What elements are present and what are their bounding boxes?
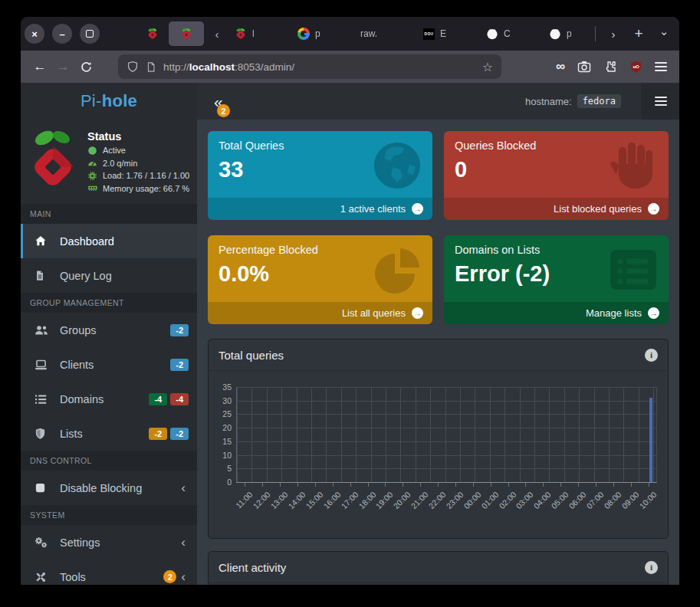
sidebar-item-disable-blocking[interactable]: Disable Blocking‹ [21, 471, 197, 505]
x-tick [649, 483, 649, 487]
browser-tab[interactable]: C [478, 21, 541, 46]
browser-menu-icon[interactable] [655, 62, 667, 71]
sidebar-item-query-log[interactable]: Query Log [21, 258, 197, 293]
card-total-queries: Total Queries331 active clients→ [208, 131, 432, 220]
card-footer-label: List all queries [342, 307, 406, 319]
query-bar[interactable] [649, 398, 652, 482]
page-info-icon[interactable] [146, 61, 156, 73]
close-window-button[interactable]: × [25, 24, 44, 44]
back-button[interactable]: ← [28, 59, 51, 74]
sidebar-item-settings[interactable]: Settings‹ [21, 525, 197, 559]
panel-header: Client activity i [209, 552, 668, 583]
x-tick [350, 483, 351, 487]
summary-cards: Total Queries331 active clients→Queries … [208, 131, 669, 324]
svg-text:uO: uO [633, 64, 639, 69]
forward-button[interactable]: → [51, 59, 74, 74]
chart-y-axis: 35302520151050 [216, 387, 236, 482]
notification-badge: 2 [163, 570, 176, 583]
list-all-tabs-button[interactable]: ⌄ [656, 25, 672, 38]
sidebar-item-lists[interactable]: Lists-2-2 [21, 416, 197, 451]
url-bar[interactable]: http://localhost:8053/admin/ ☆ [118, 54, 501, 79]
pinned-tab[interactable] [141, 28, 164, 40]
scroll-tabs-left-button[interactable]: ‹ [207, 28, 227, 41]
hostname-value: fedora [577, 94, 621, 108]
ublock-shield-icon[interactable]: uO [629, 61, 642, 74]
x-tick [543, 483, 544, 487]
status-memory: Memory usage: 66.7 % [87, 183, 189, 193]
info-icon[interactable]: i [645, 561, 658, 574]
x-tick-label: 02:00 [497, 490, 518, 510]
x-tick [455, 483, 456, 487]
containers-mask-icon[interactable]: ∞ [556, 59, 565, 74]
hand-icon [606, 138, 661, 193]
header-menu-button[interactable] [642, 83, 679, 120]
tools-icon [35, 571, 50, 583]
browser-tab[interactable]: DOUE [416, 21, 478, 46]
info-icon[interactable]: i [645, 349, 658, 362]
card-footer-link[interactable]: Manage lists→ [444, 302, 669, 324]
sidebar-item-label: Settings [60, 536, 100, 549]
screenshot-stage: × – ‹ lpraw.DOUECp › + ⌄ ← → [0, 0, 700, 607]
x-tick-label: 23:00 [444, 490, 465, 510]
sidebar-item-label: Groups [60, 324, 97, 336]
sidebar-item-label: Domains [60, 393, 104, 405]
extensions-puzzle-icon[interactable] [603, 60, 617, 74]
sidebar-section-label: DNS CONTROL [21, 451, 197, 471]
sidebar-item-clients[interactable]: Clients-2 [21, 347, 197, 382]
sidebar-item-tools[interactable]: Tools2‹ [21, 559, 197, 585]
x-tick-label: 15:00 [304, 490, 324, 510]
x-tick-label: 12:00 [251, 490, 272, 510]
status-text: Memory usage: 66.7 % [103, 184, 189, 193]
count-badge: -4 [149, 393, 167, 405]
reload-icon [80, 61, 93, 74]
bookmark-star-icon[interactable]: ☆ [482, 60, 493, 74]
status-gauge: 2.0 q/min [87, 158, 189, 168]
sidebar-item-dashboard[interactable]: Dashboard [21, 224, 197, 258]
chart-area: 35302520151050 11:0012:0013:0014:0015:00… [209, 371, 668, 538]
x-tick-label: 00:00 [462, 490, 482, 510]
card-footer-link[interactable]: List all queries→ [208, 302, 432, 324]
y-tick-label: 20 [222, 423, 232, 432]
y-tick-label: 5 [227, 464, 232, 473]
x-tick [297, 483, 298, 487]
card-footer-link[interactable]: 1 active clients→ [208, 198, 432, 220]
logo-area[interactable]: Pi-hole [21, 83, 197, 120]
browser-tab[interactable]: raw. [353, 21, 416, 46]
browser-tab[interactable]: l [227, 21, 290, 46]
tracking-shield-icon[interactable] [127, 61, 139, 73]
gauge-icon [87, 158, 97, 168]
card-queries-blocked: Queries Blocked0List blocked queries→ [444, 131, 669, 220]
x-tick-label: 16:00 [321, 490, 342, 510]
globe-icon [370, 138, 425, 193]
update-count-badge: 2 [217, 104, 230, 117]
active-tab[interactable] [169, 21, 204, 46]
scroll-tabs-right-button[interactable]: › [606, 28, 621, 41]
toolbar-extensions: ∞ uO [556, 59, 667, 74]
minimize-window-button[interactable]: – [52, 24, 72, 44]
url-text[interactable]: http://localhost:8053/admin/ [163, 61, 475, 73]
x-tick [280, 483, 281, 487]
tab-title: p [567, 28, 572, 39]
tab-bar-controls: › + ⌄ [595, 17, 672, 51]
card-footer-link[interactable]: List blocked queries→ [444, 198, 669, 220]
users-icon [35, 324, 50, 336]
google-favicon [297, 28, 310, 40]
y-tick-label: 0 [227, 477, 232, 487]
new-tab-button[interactable]: + [631, 25, 646, 42]
card-footer-label: List blocked queries [554, 203, 642, 215]
github-favicon [486, 28, 498, 40]
maximize-window-button[interactable] [80, 24, 100, 44]
x-tick-label: 18:00 [357, 490, 377, 510]
file-icon [35, 270, 50, 282]
laptop-icon [35, 359, 50, 371]
queries-chart-plot[interactable] [236, 387, 657, 483]
sidebar-item-domains[interactable]: Domains-4-4 [21, 382, 197, 416]
reload-button[interactable] [74, 61, 97, 74]
x-tick [333, 483, 334, 487]
screenshot-camera-icon[interactable] [577, 60, 591, 74]
sidebar-item-groups[interactable]: Groups-2 [21, 313, 197, 347]
x-tick [473, 483, 474, 487]
x-tick [262, 483, 263, 487]
x-tick [613, 483, 614, 487]
browser-tab[interactable]: p [290, 21, 353, 46]
